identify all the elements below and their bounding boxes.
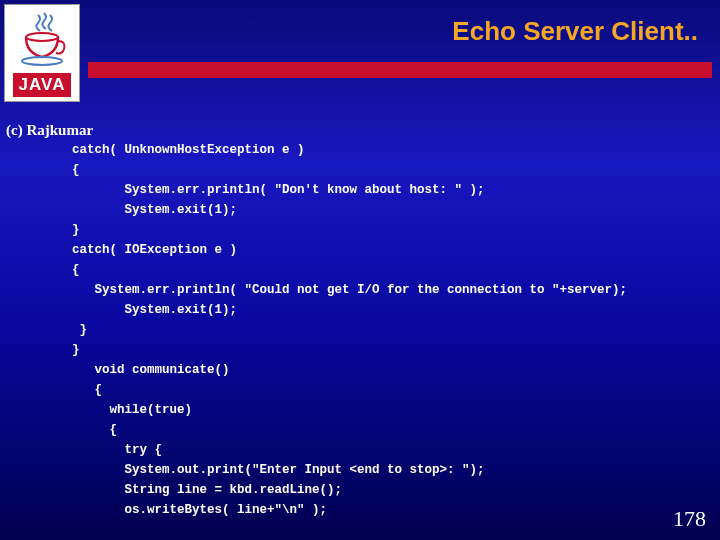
copyright-text: (c) Rajkumar xyxy=(6,122,93,139)
java-label: JAVA xyxy=(13,73,72,97)
page-number: 178 xyxy=(673,506,706,532)
java-logo: JAVA xyxy=(4,4,80,102)
slide-title: Echo Server Client.. xyxy=(452,16,698,47)
svg-point-0 xyxy=(26,33,58,41)
java-cup-icon xyxy=(18,11,66,69)
code-content: catch( UnknownHostException e ) { System… xyxy=(72,140,710,520)
divider-bar xyxy=(88,62,712,78)
